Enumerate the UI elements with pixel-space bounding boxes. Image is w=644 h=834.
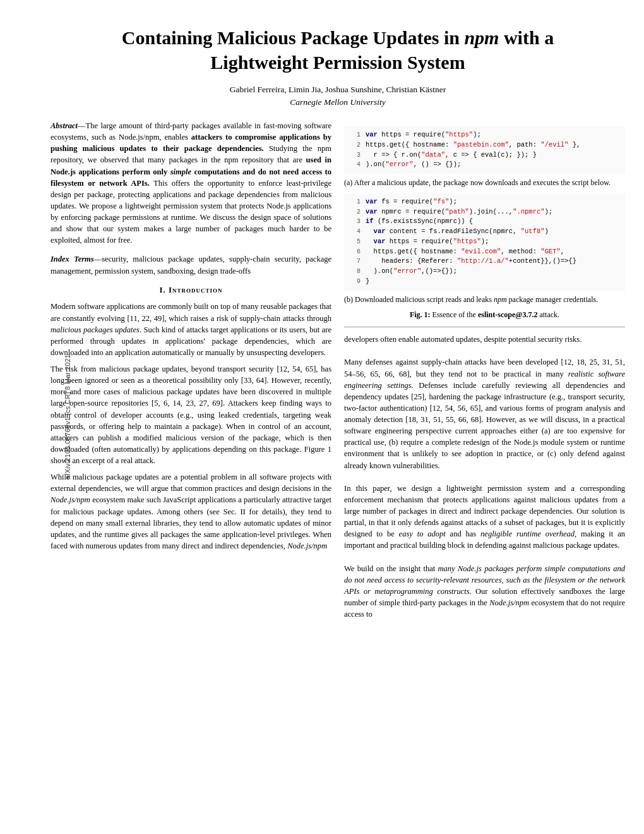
line-num-b2: 2 <box>349 207 361 217</box>
line-num-b6: 6 <box>349 247 361 257</box>
code-line-3: r => { r.on("data", c => { eval(c); }); … <box>366 150 537 160</box>
line-num-2: 2 <box>349 140 361 150</box>
code-line-b2: var npmrc = require("path").join(...,".n… <box>366 207 552 217</box>
paper-title: Containing Malicious Package Updates in … <box>76 25 600 75</box>
line-num-b1: 1 <box>349 197 361 207</box>
code-line-4: ).on("error", () => {}); <box>366 160 461 170</box>
right-column: 1var https = require("https");2https.get… <box>344 120 625 620</box>
fig-caption-b: (b) Downloaded malicious script reads an… <box>344 294 625 305</box>
line-num-b3: 3 <box>349 217 361 227</box>
index-terms: Index Terms—security, malicious package … <box>51 253 331 276</box>
index-terms-label: Index Terms <box>51 255 94 263</box>
main-content: Containing Malicious Package Updates in … <box>51 25 625 620</box>
code-line-b9: } <box>366 277 369 287</box>
code-line-b8: ).on("error",()=>{}); <box>366 267 457 277</box>
right-para-4: We build on the insight that many Node.j… <box>344 563 625 620</box>
abstract-text: The large amount of third-party packages… <box>51 121 331 245</box>
section1-heading: I. Introduction <box>51 284 331 296</box>
abstract-label: Abstract <box>51 121 78 130</box>
right-para-2: Many defenses against supply-chain attac… <box>344 356 625 471</box>
intro-para-2: The risk from malicious package updates,… <box>51 363 331 466</box>
line-num-1: 1 <box>349 130 361 140</box>
figure-1-container: 1var https = require("https");2https.get… <box>344 126 625 320</box>
code-block-a: 1var https = require("https");2https.get… <box>344 126 625 174</box>
intro-para-1: Modern software applications are commonl… <box>51 301 331 358</box>
fig-main-caption: Fig. 1: Essence of the eslint-scope@3.7.… <box>344 310 625 320</box>
abstract-dash: — <box>78 121 86 130</box>
code-line-1: var https = require("https"); <box>366 130 481 140</box>
code-line-b5: var https = require("https"); <box>366 237 489 247</box>
code-block-b: 1var fs = require("fs");2var npmrc = req… <box>344 193 625 291</box>
code-line-2: https.get({ hostname: "pastebin.com", pa… <box>366 140 580 150</box>
affiliation: Carnegie Mellon University <box>76 97 600 107</box>
code-line-b6: https.get({ hostname: "evil.com", method… <box>366 247 564 257</box>
two-col-layout: Abstract—The large amount of third-party… <box>51 120 625 620</box>
code-line-b1: var fs = require("fs"); <box>366 197 457 207</box>
intro-para-3: While malicious package updates are a po… <box>51 471 331 552</box>
line-num-b7: 7 <box>349 257 361 267</box>
line-num-b5: 5 <box>349 237 361 247</box>
abstract-section: Abstract—The large amount of third-party… <box>51 120 331 246</box>
page: arXiv:2103.05769v1 [cs.CR] 8 Mar 2021 Co… <box>0 0 644 834</box>
line-num-4: 4 <box>349 160 361 170</box>
authors: Gabriel Ferreira, Limin Jia, Joshua Suns… <box>76 85 600 95</box>
code-line-b7: headers: {Referer: "http://1.a/"+content… <box>366 257 576 267</box>
fig-caption-a: (a) After a malicious update, the packag… <box>344 178 625 188</box>
arxiv-label: arXiv:2103.05769v1 [cs.CR] 8 Mar 2021 <box>64 354 71 480</box>
line-num-b8: 8 <box>349 267 361 277</box>
right-para-3: In this paper, we design a lightweight p… <box>344 483 625 552</box>
line-num-b4: 4 <box>349 227 361 237</box>
title-section: Containing Malicious Package Updates in … <box>51 25 625 107</box>
line-num-3: 3 <box>349 150 361 160</box>
line-num-b9: 9 <box>349 277 361 287</box>
code-line-b3: if (fs.existsSync(npmrc)) { <box>366 217 473 227</box>
code-line-b4: var content = fs.readFileSync(npmrc, "ut… <box>366 227 549 237</box>
right-para-1: developers often enable automated update… <box>344 334 625 345</box>
fig-divider <box>344 327 625 327</box>
left-column: Abstract—The large amount of third-party… <box>51 120 331 620</box>
